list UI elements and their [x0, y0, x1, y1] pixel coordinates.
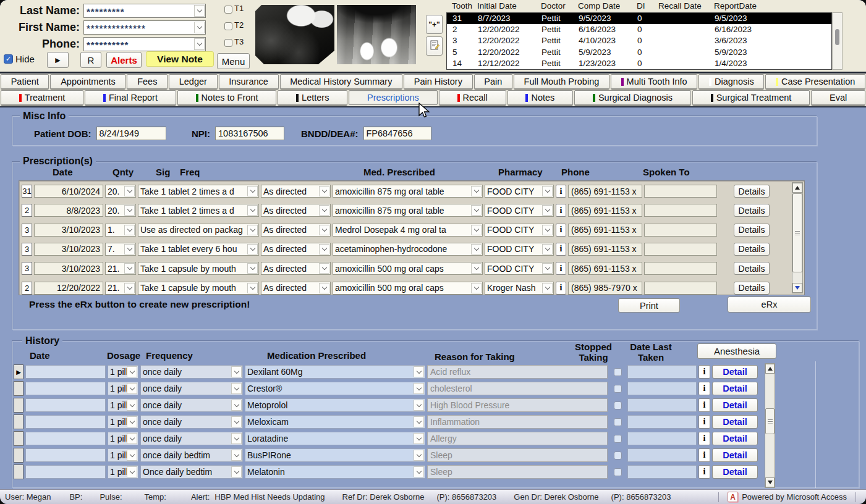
scrollbar[interactable]	[792, 182, 803, 293]
record-number[interactable]: 3	[22, 224, 32, 237]
medication-dropdown[interactable]: Loratadine	[245, 432, 425, 445]
chevron-down-icon[interactable]	[124, 283, 135, 293]
record-number[interactable]: 3	[22, 262, 32, 275]
chevron-down-icon[interactable]	[127, 450, 137, 461]
dosage-dropdown[interactable]: 1 pill	[108, 465, 138, 479]
patient-field-combo[interactable]: **********	[83, 37, 206, 51]
pharmacy-dropdown[interactable]: FOOD CITY	[485, 185, 554, 198]
medication-dropdown[interactable]: Crestor®	[245, 382, 425, 395]
history-date-field[interactable]	[25, 398, 106, 412]
history-date-field[interactable]	[25, 448, 106, 462]
chevron-down-icon[interactable]	[471, 263, 482, 274]
pharmacy-phone-field[interactable]: (865) 691-1153 x	[568, 185, 642, 198]
frequency-dropdown[interactable]: once daily	[140, 382, 243, 395]
history-date-field[interactable]	[25, 365, 106, 379]
chevron-down-icon[interactable]	[414, 366, 424, 377]
record-selector[interactable]	[14, 398, 23, 413]
scroll-down-arrow[interactable]	[792, 283, 802, 293]
pharmacy-info-button[interactable]: i	[556, 185, 566, 198]
stopped-taking-checkbox[interactable]	[614, 435, 622, 443]
chevron-down-icon[interactable]	[319, 244, 329, 254]
rx-date-field[interactable]: 6/10/2024	[34, 185, 103, 198]
table-row[interactable]: 5 12/20/2022 Pettit 5/9/2023 0 5/9/2023	[447, 47, 831, 58]
details-button[interactable]: Details	[734, 185, 770, 198]
chevron-down-icon[interactable]	[231, 366, 242, 377]
tab[interactable]: Recall	[439, 90, 506, 105]
chevron-down-icon[interactable]	[414, 450, 424, 461]
tab[interactable]: Appointments	[50, 74, 125, 89]
qnty-dropdown[interactable]: 20.	[105, 204, 136, 217]
t-checkbox[interactable]	[224, 39, 232, 47]
tab[interactable]: Ledger	[169, 74, 217, 89]
freq-dropdown[interactable]: As directed	[261, 282, 331, 295]
chevron-down-icon[interactable]	[247, 244, 258, 254]
chevron-down-icon[interactable]	[124, 263, 135, 274]
alerts-button[interactable]: Alerts	[106, 52, 142, 68]
detail-button[interactable]: Detail	[712, 465, 758, 479]
qnty-dropdown[interactable]: 21.	[105, 282, 136, 295]
pharmacy-dropdown[interactable]: Kroger Nash	[485, 282, 554, 295]
detail-button[interactable]: Detail	[712, 448, 758, 462]
tab[interactable]: Medical History Summary	[280, 74, 403, 89]
history-date-field[interactable]	[25, 465, 106, 479]
reason-field[interactable]: Inflammation	[427, 415, 608, 429]
dosage-dropdown[interactable]: 1 pill	[108, 448, 138, 462]
scrollbar[interactable]	[765, 363, 775, 488]
sig-dropdown[interactable]: Take 1 tablet 2 times a d	[138, 204, 259, 217]
stopped-taking-checkbox[interactable]	[614, 418, 622, 426]
chevron-down-icon[interactable]	[542, 283, 553, 293]
tab[interactable]: Pain History	[404, 74, 473, 89]
medication-dropdown[interactable]: Melatonin	[245, 465, 425, 479]
dea-field[interactable]: FP6847656	[363, 127, 431, 140]
record-selector[interactable]	[14, 448, 23, 463]
reason-field[interactable]: Acid reflux	[427, 365, 608, 379]
next-record-button[interactable]: ▶	[47, 52, 69, 68]
stopped-taking-checkbox[interactable]	[614, 368, 622, 376]
chevron-down-icon[interactable]	[414, 433, 424, 444]
pharmacy-phone-field[interactable]: (865) 691-1153 x	[568, 262, 642, 275]
chevron-down-icon[interactable]	[247, 263, 258, 274]
tab[interactable]: Multi Tooth Info	[611, 74, 697, 89]
info-button[interactable]: i	[698, 382, 710, 395]
pharmacy-info-button[interactable]: i	[556, 204, 566, 217]
medication-dropdown[interactable]: amoxicillin 875 mg oral table	[333, 185, 483, 198]
medication-dropdown[interactable]: Dexilant 60Mg	[245, 365, 425, 379]
record-selector[interactable]	[14, 464, 23, 479]
chevron-down-icon[interactable]	[194, 38, 205, 50]
erx-button[interactable]: eRx	[728, 296, 811, 313]
medication-dropdown[interactable]: amoxicillin 875 mg oral table	[333, 204, 483, 217]
spoken-to-field[interactable]	[644, 262, 717, 275]
details-button[interactable]: Details	[734, 204, 770, 217]
medication-dropdown[interactable]: amoxicillin 500 mg oral caps	[333, 262, 483, 275]
info-button[interactable]: i	[698, 365, 710, 379]
chevron-down-icon[interactable]	[124, 205, 135, 216]
pharmacy-info-button[interactable]: i	[556, 282, 566, 295]
detail-button[interactable]: Detail	[712, 382, 758, 395]
pharmacy-phone-field[interactable]: (865) 691-1153 x	[568, 204, 642, 217]
record-number[interactable]: 31	[22, 185, 32, 198]
pharmacy-phone-field[interactable]: (865) 691-1153 x	[568, 224, 642, 237]
pharmacy-dropdown[interactable]: FOOD CITY	[485, 204, 554, 217]
reason-field[interactable]: High Blood Pressure	[427, 398, 608, 412]
chevron-down-icon[interactable]	[471, 283, 482, 293]
detail-button[interactable]: Detail	[712, 365, 758, 379]
rx-date-field[interactable]: 3/10/2023	[34, 262, 103, 275]
details-button[interactable]: Details	[734, 282, 770, 295]
table-row[interactable]: 2 12/20/2022 Pettit 6/16/2023 0 6/16/202…	[447, 24, 831, 35]
table-row[interactable]: 14 12/12/2022 Pettit 1/23/2023 0 1/4/202…	[447, 58, 831, 69]
reason-field[interactable]: Sleep	[427, 448, 608, 462]
detail-button[interactable]: Detail	[712, 398, 758, 412]
t-checkbox[interactable]	[224, 6, 232, 14]
tab[interactable]: Eval	[811, 90, 865, 105]
xray-image-left[interactable]	[255, 5, 334, 64]
spoken-to-field[interactable]	[644, 185, 717, 198]
info-button[interactable]: i	[698, 415, 710, 429]
info-button[interactable]: i	[698, 465, 710, 479]
date-last-taken-field[interactable]	[627, 382, 697, 395]
chevron-down-icon[interactable]	[542, 263, 553, 274]
dosage-dropdown[interactable]: 1 pill	[108, 415, 138, 429]
dob-field[interactable]: 8/24/1949	[96, 127, 166, 140]
dosage-dropdown[interactable]: 1 pill	[108, 432, 138, 445]
pharmacy-phone-field[interactable]: (865) 691-1153 x	[568, 243, 642, 256]
xray-image-right[interactable]	[337, 5, 416, 64]
